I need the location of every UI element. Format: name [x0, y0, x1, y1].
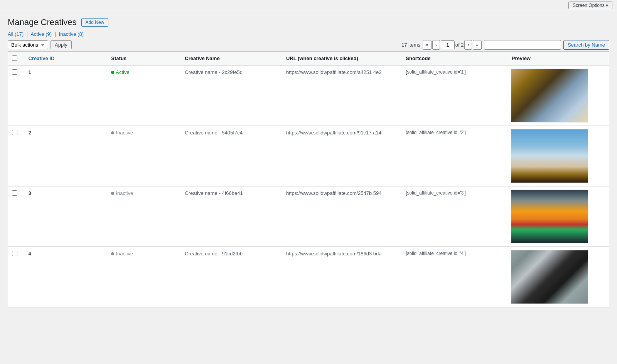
filter-all-link[interactable]: All (17) [8, 31, 25, 37]
table-row: 4 Inactive Creative name - 91cd2fbb http… [8, 247, 609, 307]
cell-preview [508, 186, 609, 247]
cell-shortcode: [solid_affiliate_creative id='1'] [402, 65, 508, 126]
column-header-creative-id: Creative ID [24, 52, 107, 65]
column-header-preview: Preview [508, 52, 609, 65]
row-checkbox-3[interactable] [12, 190, 17, 196]
page-of-text: of 2 [455, 42, 464, 48]
pagination: « ‹ of 2 › » [423, 40, 482, 50]
cell-creative-name: Creative name - 91cd2fbb [181, 247, 282, 307]
cell-preview [508, 126, 609, 186]
filter-active-link[interactable]: Active (9) [30, 31, 53, 37]
select-all-checkbox[interactable] [12, 55, 17, 61]
table-row: 2 Inactive Creative name - 5405f7c4 http… [8, 126, 609, 186]
cell-status: Inactive [107, 126, 181, 186]
search-button[interactable]: Search by Name [563, 40, 609, 50]
cell-shortcode: [solid_affiliate_creative id='2'] [402, 126, 508, 186]
page-number-input[interactable] [441, 40, 455, 49]
main-content: Manage Creatives Add New All (17) | Acti… [0, 11, 617, 314]
cell-shortcode: [solid_affiliate_creative id='3'] [402, 186, 508, 247]
filter-links: All (17) | Active (9) | Inactive (8) [8, 31, 609, 37]
cell-url: https://www.solidwpaffiliate.com/186d3 b… [282, 247, 402, 307]
cell-creative-name: Creative name - 5405f7c4 [181, 126, 282, 186]
next-page-button[interactable]: › [464, 40, 472, 50]
first-page-button[interactable]: « [423, 40, 432, 50]
cell-creative-name: Creative name - 2c29fe5d [181, 65, 282, 126]
bulk-actions-select[interactable]: Bulk actions Delete [8, 40, 48, 49]
column-header-status: Status [107, 52, 181, 65]
page-title: Manage Creatives [8, 17, 77, 27]
cell-creative-id: 2 [24, 126, 107, 186]
cell-shortcode: [solid_affiliate_creative id='4'] [402, 247, 508, 307]
tablenav-left: Bulk actions Delete Apply [8, 40, 72, 49]
row-checkbox-1[interactable] [12, 69, 17, 75]
add-new-button[interactable]: Add New [81, 18, 109, 27]
column-header-creative-name: Creative Name [181, 52, 282, 65]
cell-status: Inactive [107, 247, 181, 307]
apply-button[interactable]: Apply [51, 40, 72, 49]
screen-options-button[interactable]: Screen Options ▾ [568, 2, 612, 9]
cell-preview [508, 247, 609, 307]
cell-creative-id: 1 [24, 65, 107, 126]
search-area: Search by Name [484, 40, 609, 50]
cell-creative-name: Creative name - 4f66be41 [181, 186, 282, 247]
cell-creative-id: 3 [24, 186, 107, 247]
table-wrapper: Creative ID Status Creative Name URL (wh… [8, 51, 609, 307]
screen-options-bar: Screen Options ▾ [0, 0, 617, 11]
search-input[interactable] [484, 40, 561, 50]
filter-inactive-link[interactable]: Inactive (8) [59, 31, 84, 37]
page-title-row: Manage Creatives Add New [8, 17, 609, 27]
cell-preview [508, 65, 609, 126]
creatives-table: Creative ID Status Creative Name URL (wh… [8, 51, 609, 307]
table-row: 3 Inactive Creative name - 4f66be41 http… [8, 186, 609, 247]
cell-creative-id: 4 [24, 247, 107, 307]
column-header-url: URL (when creative is clicked) [282, 52, 402, 65]
cell-url: https://www.solidwpaffiliate.com/2547b 5… [282, 186, 402, 247]
cell-status: Inactive [107, 186, 181, 247]
sort-creative-id-link[interactable]: Creative ID [28, 55, 54, 61]
tablenav-right: 17 items « ‹ of 2 › » Search by Name [401, 40, 609, 50]
items-count: 17 items [401, 42, 420, 48]
table-nav-top: Bulk actions Delete Apply 17 items « ‹ o… [8, 40, 609, 50]
prev-page-button[interactable]: ‹ [432, 40, 440, 50]
last-page-button[interactable]: » [473, 40, 482, 50]
cell-url: https://www.solidwpaffiliate.com/91c17 a… [282, 126, 402, 186]
column-header-shortcode: Shortcode [402, 52, 508, 65]
table-row: 1 Active Creative name - 2c29fe5d https:… [8, 65, 609, 126]
row-checkbox-4[interactable] [12, 251, 17, 256]
cell-status: Active [107, 65, 181, 126]
select-all-column [8, 52, 25, 65]
row-checkbox-2[interactable] [12, 130, 17, 135]
cell-url: https://www.solidwpaffiliate.com/a4251 4… [282, 65, 402, 126]
